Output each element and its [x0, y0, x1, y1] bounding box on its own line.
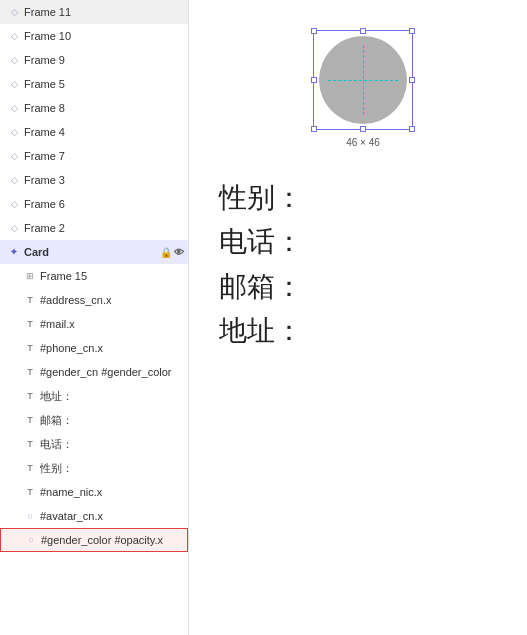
frame-icon: [8, 54, 20, 66]
text-icon: [24, 366, 36, 378]
handle-ml[interactable]: [311, 77, 317, 83]
layer-item-mail[interactable]: #mail.x: [0, 312, 188, 336]
handle-tr[interactable]: [409, 28, 415, 34]
layers-panel: Frame 11 Frame 10 Frame 9 Frame 5 Frame …: [0, 0, 189, 635]
layer-item[interactable]: Frame 5: [0, 72, 188, 96]
avatar-size-label: 46 × 46: [344, 137, 382, 148]
avatar-frame: [313, 30, 413, 130]
card-icon: [8, 246, 20, 258]
layer-item-phone-cn[interactable]: #phone_cn.x: [0, 336, 188, 360]
handle-mr[interactable]: [409, 77, 415, 83]
layer-item-mail-label[interactable]: 邮箱：: [0, 408, 188, 432]
layer-label: #name_nic.x: [40, 486, 188, 498]
frame-icon: [8, 6, 20, 18]
layer-label: #mail.x: [40, 318, 188, 330]
layer-label: Frame 3: [24, 174, 188, 186]
text-icon: [24, 462, 36, 474]
lock-icon[interactable]: 🔒: [160, 247, 172, 258]
layer-label: 地址：: [40, 389, 188, 404]
handle-tl[interactable]: [311, 28, 317, 34]
layer-label: Frame 9: [24, 54, 188, 66]
gender-row: 性别：: [219, 180, 303, 216]
info-rows: 性别： 电话： 邮箱： 地址：: [219, 180, 303, 350]
frame-icon: [8, 222, 20, 234]
layer-item[interactable]: Frame 7: [0, 144, 188, 168]
layer-label: 电话：: [40, 437, 188, 452]
layer-item-name-nic[interactable]: #name_nic.x: [0, 480, 188, 504]
layer-item[interactable]: Frame 3: [0, 168, 188, 192]
card-label: Card: [24, 246, 156, 258]
visibility-icon[interactable]: 👁: [174, 247, 184, 258]
layer-item[interactable]: Frame 2: [0, 216, 188, 240]
layer-label: Frame 7: [24, 150, 188, 162]
layer-item[interactable]: Frame 9: [0, 48, 188, 72]
layer-item-gender-cn[interactable]: #gender_cn #gender_color: [0, 360, 188, 384]
frame-icon: [8, 150, 20, 162]
layer-label: #avatar_cn.x: [40, 510, 188, 522]
frame-icon: [8, 198, 20, 210]
layer-label: Frame 5: [24, 78, 188, 90]
layer-item[interactable]: Frame 4: [0, 120, 188, 144]
crosshair-vertical: [363, 45, 364, 115]
layer-label: Frame 8: [24, 102, 188, 114]
avatar-circle: [319, 36, 407, 124]
layer-label: 性别：: [40, 461, 188, 476]
handle-tm[interactable]: [360, 28, 366, 34]
text-icon: [24, 486, 36, 498]
mail-row: 邮箱：: [219, 269, 303, 305]
layer-label: #gender_cn #gender_color: [40, 366, 188, 378]
address-row: 地址：: [219, 313, 303, 349]
circle-icon: [24, 510, 36, 522]
layer-item-address-cn[interactable]: #address_cn.x: [0, 288, 188, 312]
layer-item-address-label[interactable]: 地址：: [0, 384, 188, 408]
layer-item[interactable]: Frame 11: [0, 0, 188, 24]
grid-icon: [24, 270, 36, 282]
card-layer-item[interactable]: Card 🔒 👁: [0, 240, 188, 264]
layer-label: Frame 11: [24, 6, 188, 18]
handle-br[interactable]: [409, 126, 415, 132]
layer-label: #address_cn.x: [40, 294, 188, 306]
layer-item[interactable]: Frame 6: [0, 192, 188, 216]
phone-row: 电话：: [219, 224, 303, 260]
circle-icon: [25, 534, 37, 546]
canvas-area: 46 × 46 性别： 电话： 邮箱： 地址：: [189, 0, 527, 635]
frame-icon: [8, 30, 20, 42]
layer-item-gender-label[interactable]: 性别：: [0, 456, 188, 480]
layer-label: Frame 4: [24, 126, 188, 138]
layer-item[interactable]: Frame 10: [0, 24, 188, 48]
frame-icon: [8, 78, 20, 90]
layer-label: Frame 15: [40, 270, 188, 282]
handle-bm[interactable]: [360, 126, 366, 132]
layer-item-avatar-cn[interactable]: #avatar_cn.x: [0, 504, 188, 528]
layer-item[interactable]: Frame 8: [0, 96, 188, 120]
text-icon: [24, 342, 36, 354]
layer-label: 邮箱：: [40, 413, 188, 428]
text-icon: [24, 390, 36, 402]
text-icon: [24, 318, 36, 330]
layer-label: Frame 2: [24, 222, 188, 234]
frame-icon: [8, 102, 20, 114]
card-design: 46 × 46 性别： 电话： 邮箱： 地址：: [189, 0, 527, 635]
text-icon: [24, 438, 36, 450]
text-icon: [24, 414, 36, 426]
frame-icon: [8, 126, 20, 138]
card-actions: 🔒 👁: [160, 247, 184, 258]
layer-label: #phone_cn.x: [40, 342, 188, 354]
handle-bl[interactable]: [311, 126, 317, 132]
frame-icon: [8, 174, 20, 186]
layer-label: Frame 10: [24, 30, 188, 42]
layer-label: Frame 6: [24, 198, 188, 210]
layer-label: #gender_color #opacity.x: [41, 534, 187, 546]
layer-item-gender-color[interactable]: #gender_color #opacity.x: [0, 528, 188, 552]
layer-item-phone-label[interactable]: 电话：: [0, 432, 188, 456]
avatar-container: 46 × 46: [313, 30, 413, 130]
layer-item-frame15[interactable]: Frame 15: [0, 264, 188, 288]
text-icon: [24, 294, 36, 306]
